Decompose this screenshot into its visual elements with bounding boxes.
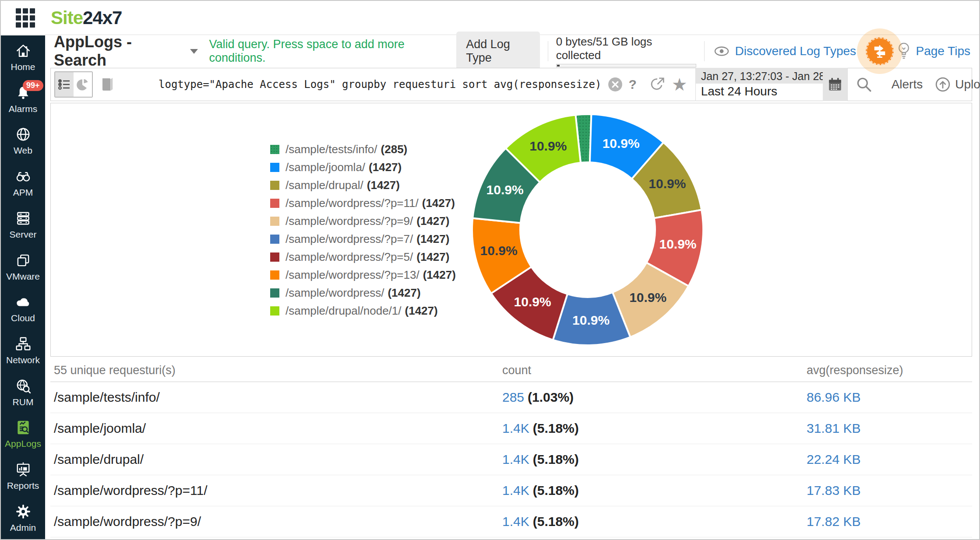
cell-avg-responsesize[interactable]: 22.24 KB (807, 452, 972, 467)
legend-swatch (270, 235, 279, 244)
cell-count: 1.4K(5.18%) (502, 452, 807, 467)
count-percent: (5.18%) (533, 483, 579, 498)
sidebar-nav: HomeAlarms99+WebAPMServerVMwareCloudNetw… (1, 35, 45, 539)
sidebar-item-server[interactable]: Server (1, 210, 45, 240)
sidebar-item-label: Server (10, 229, 37, 240)
sidebar-item-cloud[interactable]: Cloud (1, 294, 45, 323)
sidebar-item-reports[interactable]: Reports (1, 461, 45, 491)
sidebar-item-vmware[interactable]: VMware (1, 252, 45, 282)
count-value-link[interactable]: 1.4K (502, 452, 529, 466)
cloud-icon (15, 294, 32, 310)
chevron-down-icon[interactable] (190, 49, 198, 54)
alerts-button[interactable]: Alerts (892, 77, 923, 91)
sidebar-item-home[interactable]: Home (1, 42, 45, 72)
discovered-log-types-link[interactable]: Discovered Log Types (712, 44, 857, 58)
slice-percent-label: 10.9% (649, 176, 686, 191)
sidebar-item-applogs[interactable]: AppLogs (1, 419, 45, 449)
count-value-link[interactable]: 285 (502, 390, 524, 404)
list-view-button[interactable] (55, 72, 74, 97)
rum-icon (15, 378, 32, 394)
cell-avg-responsesize[interactable]: 17.82 KB (807, 514, 972, 529)
favorite-star-icon[interactable]: ★ (672, 76, 687, 93)
sidebar-item-label: RUM (13, 397, 34, 407)
globe-icon (15, 126, 32, 143)
page-title: AppLogs - Search (54, 33, 185, 70)
legend-swatch (270, 288, 279, 298)
share-icon (649, 76, 666, 93)
legend-item[interactable]: /sample/wordpress/?p=13/(1427) (270, 269, 456, 281)
legend-label: /sample/wordpress/?p=11/ (286, 196, 419, 210)
upload-button[interactable]: Upload (935, 77, 980, 92)
sidebar-item-label: VMware (6, 271, 40, 282)
app-launcher-icon[interactable] (16, 8, 35, 28)
legend-label: /sample/tests/info/ (286, 143, 377, 156)
query-input[interactable]: logtype="Apache Access Logs" groupby req… (159, 78, 601, 91)
legend-count: (1427) (416, 250, 449, 264)
slice-percent-label: 10.9% (514, 295, 551, 309)
count-percent: (5.18%) (533, 421, 579, 435)
legend-item[interactable]: /sample/joomla/(1427) (270, 161, 456, 173)
legend-count: (1427) (423, 268, 456, 282)
legend-count: (1427) (416, 232, 449, 246)
slice-percent-label: 10.9% (480, 243, 518, 258)
legend-label: /sample/wordpress/?p=9/ (286, 214, 413, 228)
sidebar-item-alarms[interactable]: Alarms99+ (1, 84, 45, 114)
donut-chart[interactable]: 10.9%10.9%10.9%10.9%10.9%10.9%10.9%10.9%… (465, 103, 710, 356)
sidebar-item-apm[interactable]: APM (1, 168, 45, 198)
count-value-link[interactable]: 1.4K (502, 483, 529, 498)
legend-swatch (270, 306, 279, 316)
legend-item[interactable]: /sample/drupal/(1427) (270, 179, 456, 191)
table-body: /sample/tests/info/285(1.03%)86.96 KB/sa… (50, 382, 972, 537)
query-help-button[interactable]: ? (628, 77, 636, 92)
sidebar-item-label: AppLogs (5, 438, 41, 449)
time-range-text: Jan 27, 13:27:03 - Jan 28, 1... Last 24 … (696, 68, 823, 101)
legend-item[interactable]: /sample/wordpress/?p=5/(1427) (270, 251, 456, 263)
sidebar-item-label: Admin (10, 522, 36, 533)
legend-item[interactable]: /sample/wordpress/(1427) (270, 287, 456, 298)
calendar-button[interactable] (823, 68, 847, 101)
cell-avg-responsesize[interactable]: 31.81 KB (807, 421, 972, 436)
page-tips-link[interactable]: Page Tips (896, 41, 970, 61)
legend-item[interactable]: /sample/wordpress/?p=7/(1427) (270, 233, 456, 245)
top-bar: Site24x7 (1, 1, 979, 35)
time-range-picker[interactable]: Jan 27, 13:27:03 - Jan 28, 1... Last 24 … (695, 68, 848, 101)
sidebar-item-web[interactable]: Web (1, 126, 45, 156)
add-log-type-button[interactable]: Add Log Type (456, 32, 539, 71)
search-button[interactable] (856, 76, 872, 93)
legend-swatch (270, 270, 279, 280)
slice-percent-label: 10.9% (529, 139, 567, 153)
divider (704, 41, 705, 61)
legend-item[interactable]: /sample/wordpress/?p=11/(1427) (270, 197, 456, 209)
share-query-button[interactable] (649, 76, 666, 93)
sidebar-item-label: Cloud (11, 313, 35, 323)
legend-swatch (270, 181, 279, 190)
time-range-preset: Last 24 Hours (696, 84, 823, 101)
sidebar-item-rum[interactable]: RUM (1, 378, 45, 407)
cell-count: 1.4K(5.18%) (502, 483, 807, 498)
column-header-count: count (502, 364, 807, 377)
cell-avg-responsesize[interactable]: 86.96 KB (807, 390, 972, 405)
cell-requesturi: /sample/joomla/ (54, 421, 502, 436)
site24x7-logo[interactable]: Site24x7 (51, 7, 122, 28)
sidebar-item-network[interactable]: Network (1, 336, 45, 365)
eye-icon (712, 46, 731, 57)
cell-requesturi: /sample/wordpress/?p=11/ (54, 483, 502, 498)
signpost-button[interactable] (866, 37, 894, 65)
slice-percent-label: 10.9% (572, 313, 610, 327)
sidebar-item-label: Network (6, 355, 40, 365)
count-value-link[interactable]: 1.4K (502, 421, 529, 435)
legend-item[interactable]: /sample/wordpress/?p=9/(1427) (270, 215, 456, 227)
cell-avg-responsesize[interactable]: 17.83 KB (807, 483, 972, 498)
network-icon (15, 336, 32, 352)
legend-swatch (270, 252, 279, 262)
saved-query-button[interactable] (99, 76, 115, 93)
count-value-link[interactable]: 1.4K (502, 514, 529, 529)
table-row: /sample/wordpress/?p=11/1.4K(5.18%)17.83… (50, 475, 972, 506)
chart-view-button[interactable] (74, 72, 92, 97)
table-row: /sample/tests/info/285(1.03%)86.96 KB (50, 382, 972, 413)
sidebar-item-admin[interactable]: Admin (1, 503, 45, 533)
legend-item[interactable]: /sample/drupal/node/1/(1427) (270, 305, 456, 316)
slice-percent-label: 10.9% (603, 136, 640, 151)
clear-query-button[interactable] (607, 77, 623, 92)
legend-item[interactable]: /sample/tests/info/(285) (270, 144, 456, 155)
